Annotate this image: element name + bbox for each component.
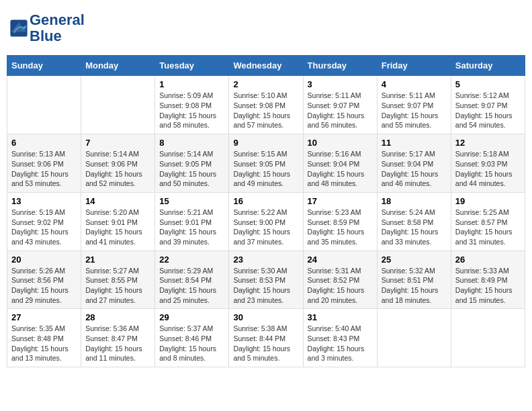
weekday-header-sunday: Sunday [7,56,81,76]
day-info: Sunrise: 5:13 AM Sunset: 9:06 PM Dayligh… [11,149,77,189]
day-number: 14 [85,196,150,206]
weekday-header-tuesday: Tuesday [155,56,229,76]
day-info: Sunrise: 5:19 AM Sunset: 9:02 PM Dayligh… [11,208,77,247]
calendar-cell: 6Sunrise: 5:13 AM Sunset: 9:06 PM Daylig… [7,134,81,193]
header: General Blue [7,7,525,50]
day-number: 22 [159,255,224,265]
calendar-cell: 22Sunrise: 5:29 AM Sunset: 8:54 PM Dayli… [155,250,229,309]
day-number: 28 [85,312,150,322]
day-info: Sunrise: 5:31 AM Sunset: 8:52 PM Dayligh… [308,266,373,306]
calendar-cell: 24Sunrise: 5:31 AM Sunset: 8:52 PM Dayli… [303,250,377,309]
calendar-cell: 10Sunrise: 5:16 AM Sunset: 9:04 PM Dayli… [303,134,377,193]
day-info: Sunrise: 5:27 AM Sunset: 8:55 PM Dayligh… [85,266,150,306]
day-number: 31 [308,312,373,322]
calendar-cell: 15Sunrise: 5:21 AM Sunset: 9:01 PM Dayli… [155,192,229,250]
day-info: Sunrise: 5:36 AM Sunset: 8:47 PM Dayligh… [85,324,150,363]
calendar-cell: 14Sunrise: 5:20 AM Sunset: 9:01 PM Dayli… [81,192,155,250]
weekday-header-monday: Monday [81,56,155,76]
day-info: Sunrise: 5:10 AM Sunset: 9:08 PM Dayligh… [233,91,298,130]
calendar-cell: 2Sunrise: 5:10 AM Sunset: 9:08 PM Daylig… [229,76,303,134]
logo: General Blue [9,12,85,44]
calendar-cell [81,76,155,134]
day-number: 16 [233,196,298,206]
day-number: 5 [455,79,521,89]
day-info: Sunrise: 5:30 AM Sunset: 8:53 PM Dayligh… [233,266,298,306]
calendar-cell: 4Sunrise: 5:11 AM Sunset: 9:07 PM Daylig… [377,76,451,134]
day-number: 2 [233,79,298,89]
day-number: 10 [308,138,373,148]
calendar-cell: 17Sunrise: 5:23 AM Sunset: 8:59 PM Dayli… [303,192,377,250]
day-number: 27 [11,312,77,322]
day-info: Sunrise: 5:37 AM Sunset: 8:46 PM Dayligh… [159,324,224,363]
day-info: Sunrise: 5:18 AM Sunset: 9:03 PM Dayligh… [455,149,521,189]
day-info: Sunrise: 5:11 AM Sunset: 9:07 PM Dayligh… [382,91,447,130]
weekday-header-saturday: Saturday [451,56,525,76]
calendar-cell: 1Sunrise: 5:09 AM Sunset: 9:08 PM Daylig… [155,76,229,134]
calendar-cell: 7Sunrise: 5:14 AM Sunset: 9:06 PM Daylig… [81,134,155,193]
calendar-cell: 18Sunrise: 5:24 AM Sunset: 8:58 PM Dayli… [377,192,451,250]
day-info: Sunrise: 5:09 AM Sunset: 9:08 PM Dayligh… [159,91,224,130]
day-number: 12 [455,138,521,148]
calendar-table: SundayMondayTuesdayWednesdayThursdayFrid… [7,55,525,367]
day-number: 24 [308,255,373,265]
day-number: 20 [11,255,77,265]
day-number: 7 [85,138,150,148]
calendar-cell: 23Sunrise: 5:30 AM Sunset: 8:53 PM Dayli… [229,250,303,309]
day-number: 29 [159,312,224,322]
day-number: 9 [233,138,298,148]
calendar-cell: 12Sunrise: 5:18 AM Sunset: 9:03 PM Dayli… [451,134,525,193]
calendar-cell: 30Sunrise: 5:38 AM Sunset: 8:44 PM Dayli… [229,309,303,367]
calendar-cell: 25Sunrise: 5:32 AM Sunset: 8:51 PM Dayli… [377,250,451,309]
day-number: 15 [159,196,224,206]
day-info: Sunrise: 5:16 AM Sunset: 9:04 PM Dayligh… [308,149,373,189]
weekday-header-friday: Friday [377,56,451,76]
week-row-5: 27Sunrise: 5:35 AM Sunset: 8:48 PM Dayli… [7,309,525,367]
day-info: Sunrise: 5:20 AM Sunset: 9:01 PM Dayligh… [85,208,150,247]
day-number: 11 [382,138,447,148]
calendar-cell: 26Sunrise: 5:33 AM Sunset: 8:49 PM Dayli… [451,250,525,309]
day-info: Sunrise: 5:22 AM Sunset: 9:00 PM Dayligh… [233,208,298,247]
day-info: Sunrise: 5:33 AM Sunset: 8:49 PM Dayligh… [455,266,521,306]
day-info: Sunrise: 5:14 AM Sunset: 9:06 PM Dayligh… [85,149,150,189]
calendar-cell: 21Sunrise: 5:27 AM Sunset: 8:55 PM Dayli… [81,250,155,309]
day-number: 18 [382,196,447,206]
calendar-cell: 28Sunrise: 5:36 AM Sunset: 8:47 PM Dayli… [81,309,155,367]
calendar-cell [451,309,525,367]
calendar-cell: 19Sunrise: 5:25 AM Sunset: 8:57 PM Dayli… [451,192,525,250]
week-row-3: 13Sunrise: 5:19 AM Sunset: 9:02 PM Dayli… [7,192,525,250]
calendar-cell: 16Sunrise: 5:22 AM Sunset: 9:00 PM Dayli… [229,192,303,250]
day-info: Sunrise: 5:14 AM Sunset: 9:05 PM Dayligh… [159,149,224,189]
day-info: Sunrise: 5:15 AM Sunset: 9:05 PM Dayligh… [233,149,298,189]
day-number: 30 [233,312,298,322]
calendar-cell: 27Sunrise: 5:35 AM Sunset: 8:48 PM Dayli… [7,309,81,367]
calendar-cell: 29Sunrise: 5:37 AM Sunset: 8:46 PM Dayli… [155,309,229,367]
calendar-cell: 5Sunrise: 5:12 AM Sunset: 9:07 PM Daylig… [451,76,525,134]
week-row-2: 6Sunrise: 5:13 AM Sunset: 9:06 PM Daylig… [7,134,525,193]
day-info: Sunrise: 5:26 AM Sunset: 8:56 PM Dayligh… [11,266,77,306]
calendar-cell: 3Sunrise: 5:11 AM Sunset: 9:07 PM Daylig… [303,76,377,134]
calendar-cell: 13Sunrise: 5:19 AM Sunset: 9:02 PM Dayli… [7,192,81,250]
day-number: 23 [233,255,298,265]
calendar-cell [377,309,451,367]
day-info: Sunrise: 5:40 AM Sunset: 8:43 PM Dayligh… [308,324,373,363]
day-info: Sunrise: 5:23 AM Sunset: 8:59 PM Dayligh… [308,208,373,247]
calendar-cell: 20Sunrise: 5:26 AM Sunset: 8:56 PM Dayli… [7,250,81,309]
day-number: 13 [11,196,77,206]
day-info: Sunrise: 5:17 AM Sunset: 9:04 PM Dayligh… [382,149,447,189]
calendar-cell: 8Sunrise: 5:14 AM Sunset: 9:05 PM Daylig… [155,134,229,193]
day-number: 21 [85,255,150,265]
day-info: Sunrise: 5:35 AM Sunset: 8:48 PM Dayligh… [11,324,77,363]
calendar-cell: 9Sunrise: 5:15 AM Sunset: 9:05 PM Daylig… [229,134,303,193]
day-info: Sunrise: 5:24 AM Sunset: 8:58 PM Dayligh… [382,208,447,247]
week-row-1: 1Sunrise: 5:09 AM Sunset: 9:08 PM Daylig… [7,76,525,134]
day-number: 17 [308,196,373,206]
logo-text: General Blue [30,12,85,44]
day-number: 19 [455,196,521,206]
weekday-header-row: SundayMondayTuesdayWednesdayThursdayFrid… [7,56,525,76]
day-info: Sunrise: 5:21 AM Sunset: 9:01 PM Dayligh… [159,208,224,247]
day-number: 4 [382,79,447,89]
calendar-cell: 31Sunrise: 5:40 AM Sunset: 8:43 PM Dayli… [303,309,377,367]
weekday-header-thursday: Thursday [303,56,377,76]
day-info: Sunrise: 5:38 AM Sunset: 8:44 PM Dayligh… [233,324,298,363]
day-number: 25 [382,255,447,265]
